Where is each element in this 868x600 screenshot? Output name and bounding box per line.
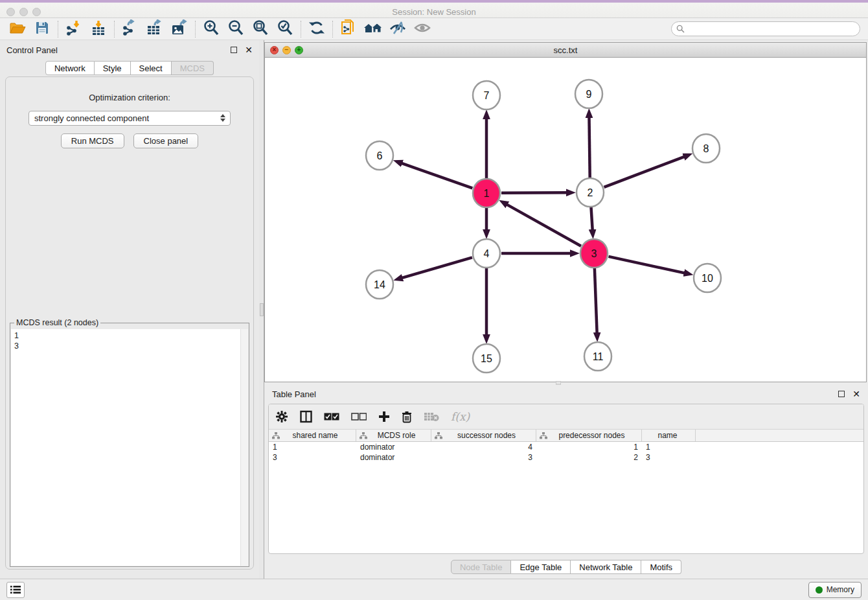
save-disk-icon <box>34 20 50 38</box>
toggle-graphics-details-button[interactable] <box>385 19 410 39</box>
vertical-splitter[interactable] <box>259 40 264 579</box>
delete-table-icon <box>424 411 439 422</box>
delete-table-button-disabled <box>424 411 439 422</box>
node-table-container: f(x) shared name MCDS role successor nod… <box>268 404 864 554</box>
graph-node-3[interactable]: 3 <box>580 239 608 268</box>
column-header-predecessor-nodes[interactable]: predecessor nodes <box>536 430 642 441</box>
splitter-handle[interactable] <box>260 303 264 316</box>
close-panel-icon[interactable]: ✕ <box>245 47 253 53</box>
search-field[interactable] <box>671 21 860 36</box>
search-input[interactable] <box>687 25 849 34</box>
mcds-result-list[interactable]: 1 3 <box>11 329 248 566</box>
list-icon <box>10 585 21 594</box>
deselect-all-button[interactable] <box>351 413 367 421</box>
optimization-criterion-select[interactable]: strongly connected component <box>29 111 231 126</box>
zoom-selected-icon <box>277 19 293 38</box>
home-neighbors-button[interactable] <box>361 19 385 39</box>
delete-column-button[interactable] <box>402 411 412 423</box>
refresh-layout-button[interactable] <box>304 19 329 39</box>
zoom-out-button[interactable] <box>223 19 248 39</box>
graph-node-1[interactable]: 1 <box>473 179 500 207</box>
network-graph[interactable]: 7968124314101511 <box>265 58 866 382</box>
column-header-name[interactable]: name <box>642 430 696 441</box>
graph-edge-3-11[interactable] <box>595 268 597 333</box>
application-window: Session: New Session <box>0 0 868 600</box>
graph-edge-2-9[interactable] <box>589 117 589 178</box>
column-header-successor-nodes[interactable]: successor nodes <box>431 430 536 441</box>
graph-node-11[interactable]: 11 <box>584 342 611 371</box>
graph-node-9[interactable]: 9 <box>575 80 602 108</box>
export-table-button[interactable] <box>143 19 167 39</box>
graph-node-2[interactable]: 2 <box>577 178 604 207</box>
tab-style[interactable]: Style <box>95 61 131 75</box>
graph-edge-3-10[interactable] <box>608 257 684 273</box>
table-row[interactable]: 1 dominator 4 1 1 <box>269 442 863 452</box>
table-toolbar: f(x) <box>269 404 863 429</box>
graph-node-4[interactable]: 4 <box>473 239 500 268</box>
refresh-icon <box>308 19 325 38</box>
graph-edge-3-1[interactable] <box>507 205 581 246</box>
graph-edge-2-8[interactable] <box>604 157 685 187</box>
graph-edge-1-2[interactable] <box>501 192 567 193</box>
control-panel-title: Control Panel <box>6 45 58 55</box>
import-table-button[interactable] <box>86 19 111 39</box>
graph-edge-2-3[interactable] <box>591 207 592 230</box>
cell-predecessor-nodes: 2 <box>536 452 642 463</box>
column-header-mcds-role[interactable]: MCDS role <box>356 430 431 441</box>
table-panel-title: Table Panel <box>272 389 316 399</box>
zoom-fit-button[interactable] <box>248 19 273 39</box>
export-network-button[interactable] <box>118 19 143 39</box>
tab-network-table[interactable]: Network Table <box>571 560 641 574</box>
table-settings-button[interactable] <box>275 410 288 423</box>
graph-node-7[interactable]: 7 <box>473 81 500 110</box>
add-column-button[interactable] <box>378 411 390 422</box>
zoom-selected-button[interactable] <box>273 19 297 39</box>
graph-node-15[interactable]: 15 <box>473 344 500 373</box>
session-title: Session: New Session <box>0 7 868 17</box>
table-row[interactable]: 3 dominator 3 2 3 <box>269 452 863 463</box>
memory-button[interactable]: Memory <box>808 582 862 598</box>
tab-select[interactable]: Select <box>131 61 172 75</box>
tab-node-table[interactable]: Node Table <box>451 560 512 574</box>
optimization-criterion-label: Optimization criterion: <box>6 93 253 102</box>
select-all-button[interactable] <box>324 413 339 421</box>
task-history-button[interactable] <box>6 582 25 598</box>
network-window-titlebar[interactable]: × − + scc.txt <box>265 43 866 58</box>
graph-node-8[interactable]: 8 <box>692 134 720 163</box>
control-panel: Control Panel ✕ Network Style Select MCD… <box>0 40 259 579</box>
zoom-in-button[interactable] <box>199 19 223 39</box>
save-session-button[interactable] <box>30 19 54 39</box>
horizontal-splitter-handle[interactable] <box>556 381 561 385</box>
column-header-shared-name[interactable]: shared name <box>269 430 356 441</box>
tab-edge-table[interactable]: Edge Table <box>511 560 571 574</box>
open-folder-icon <box>8 20 27 38</box>
close-panel-button[interactable]: Close panel <box>133 133 199 148</box>
float-panel-icon[interactable] <box>231 47 237 53</box>
float-table-panel-icon[interactable] <box>838 391 845 397</box>
graph-node-14[interactable]: 14 <box>366 270 393 299</box>
plus-icon <box>378 411 390 422</box>
open-session-button[interactable] <box>5 19 30 39</box>
network-canvas[interactable]: 7968124314101511 <box>265 58 866 382</box>
memory-label: Memory <box>827 585 854 594</box>
graph-edge-4-14[interactable] <box>402 257 472 278</box>
graph-node-6[interactable]: 6 <box>366 141 393 170</box>
export-image-button[interactable] <box>167 19 192 39</box>
toolbar-separator <box>301 21 301 38</box>
result-scrollbar[interactable] <box>240 329 248 566</box>
search-icon <box>676 25 685 33</box>
eye-slash-icon <box>389 20 407 38</box>
tab-network[interactable]: Network <box>45 61 95 75</box>
graph-node-10[interactable]: 10 <box>694 264 721 292</box>
graph-edge-1-6[interactable] <box>402 163 472 188</box>
mcds-tab-content: Optimization criterion: strongly connect… <box>5 76 254 570</box>
split-pane-button[interactable] <box>300 410 312 423</box>
import-network-button[interactable] <box>62 19 86 39</box>
tab-mcds[interactable]: MCDS <box>172 61 214 75</box>
export-network-icon <box>122 19 139 38</box>
clone-network-button[interactable] <box>336 19 361 39</box>
run-mcds-button[interactable]: Run MCDS <box>61 133 124 148</box>
function-builder-button-disabled: f(x) <box>451 410 470 423</box>
tab-motifs[interactable]: Motifs <box>641 560 681 574</box>
close-table-panel-icon[interactable]: ✕ <box>852 391 860 397</box>
